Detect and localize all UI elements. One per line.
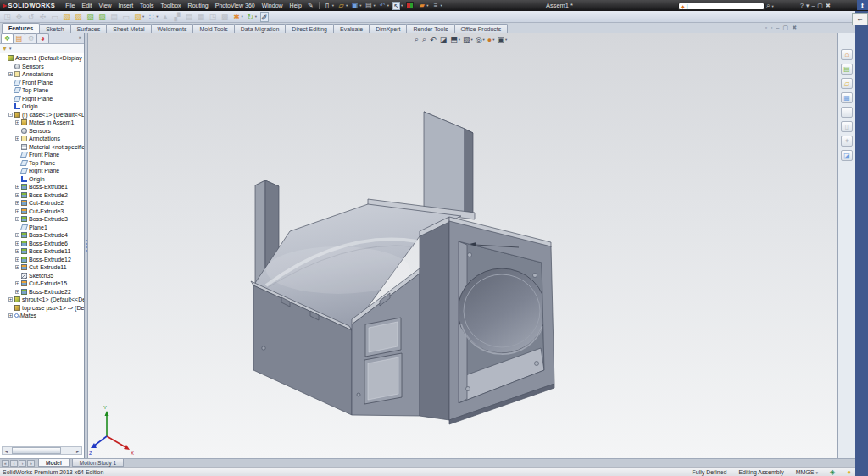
expand-toggle[interactable]: + [15, 217, 19, 221]
exploded-view-icon[interactable]: ✱ ▾ [232, 12, 244, 22]
appearances-scenes-icon[interactable] [841, 107, 853, 118]
expand-toggle[interactable]: + [15, 281, 19, 285]
expand-toggle[interactable]: + [8, 313, 13, 318]
tree-item[interactable]: Plane1 [0, 224, 84, 232]
tab-nav-button[interactable]: › [19, 460, 26, 467]
expand-toggle[interactable]: - [8, 113, 13, 117]
menu-item[interactable]: Tools [136, 3, 157, 8]
hidden-components-icon[interactable]: ▭ [121, 12, 131, 22]
undo-icon[interactable]: ↶ ▾ [378, 1, 390, 11]
solidworks-forum-icon[interactable]: ◪ [841, 150, 853, 161]
command-tab[interactable]: Surfaces [70, 24, 108, 33]
command-tab[interactable]: Features [2, 23, 40, 33]
expand-toggle[interactable]: + [15, 120, 19, 125]
tree-item[interactable]: Origin [0, 102, 84, 111]
tree-item[interactable]: + Cut-Extrude2 [0, 199, 84, 208]
command-tab[interactable]: Render Tools [406, 24, 454, 33]
menu-item[interactable]: File [62, 3, 78, 8]
linear-pattern-icon[interactable]: ∷ ▾ [147, 12, 159, 22]
sketch-pen-icon[interactable]: ✎ [308, 2, 314, 9]
expand-toggle[interactable]: + [8, 72, 13, 76]
tree-item[interactable]: Right Plane [0, 95, 84, 103]
zoom-to-fit-icon[interactable]: ⌕ [414, 35, 420, 44]
hide-show-items-icon[interactable]: ◎ ▾ [475, 36, 486, 44]
menu-item[interactable]: Insert [115, 3, 137, 8]
view-palette-icon[interactable]: ▦ [841, 92, 853, 103]
custom-properties-icon[interactable]: ▯ [841, 121, 853, 132]
doc-close-icon[interactable]: ✖ [792, 25, 797, 31]
insert-component-icon[interactable]: ▧ [62, 12, 72, 22]
tree-item[interactable]: + Boss-Extrude11 [0, 247, 84, 256]
tree-item[interactable]: Sensors [0, 63, 84, 71]
tab-nav-button[interactable]: » [27, 460, 35, 467]
expand-toggle[interactable]: + [15, 233, 19, 237]
tree-filter[interactable]: ▼ ▾ [0, 44, 84, 53]
command-tab[interactable]: Weldments [151, 24, 194, 33]
minimize-icon[interactable]: – [811, 3, 815, 8]
tree-item[interactable]: Assem1 (Default<Display State [0, 54, 84, 63]
instant3d-icon[interactable]: ↻ ▾ [246, 12, 258, 22]
show-hidden-icon[interactable]: ▤ [185, 12, 195, 22]
tree-item[interactable]: + shrout<1> (Default<<Defa [0, 296, 84, 304]
command-tab[interactable]: Data Migration [234, 24, 287, 33]
tree-item[interactable]: + Annotations [0, 70, 84, 79]
preview-window-icon[interactable]: ▭ [50, 12, 60, 22]
solidworks-resources-icon[interactable]: ⌂ [841, 49, 853, 60]
command-tab[interactable]: Sketch [39, 24, 70, 33]
tag-icon[interactable]: ● [847, 468, 851, 476]
command-tab[interactable]: Direct Editing [285, 24, 334, 33]
command-tab[interactable]: Evaluate [333, 24, 370, 33]
expand-toggle[interactable]: + [15, 185, 19, 189]
scrollbar-thumb[interactable] [12, 447, 61, 454]
expand-toggle[interactable]: + [15, 209, 19, 213]
bill-of-materials-icon[interactable]: ▩ [220, 12, 231, 22]
tree-item[interactable]: top case psu<1> -> (Defaul [0, 304, 84, 313]
copy-with-mates-icon[interactable]: ▨ [97, 12, 108, 22]
sketch-tool-icon[interactable]: ✐ [259, 12, 270, 22]
tree-item[interactable]: Top Plane [0, 159, 84, 168]
menu-item[interactable]: PhotoView 360 [212, 3, 259, 8]
component-pattern-icon[interactable]: ▧ ▾ [133, 12, 145, 22]
design-library-icon[interactable]: ▤ [841, 64, 853, 75]
rotate-component-icon[interactable]: ↺ [26, 12, 36, 22]
menu-item[interactable]: Window [259, 3, 287, 8]
tree-item[interactable]: + Boss-Extrude12 [0, 256, 84, 264]
expand-toggle[interactable]: + [8, 297, 13, 302]
document-manager-icon[interactable]: ✦ [841, 136, 853, 147]
dimxpertmanager-tab-icon[interactable]: ◕ [36, 33, 49, 43]
tree-item[interactable]: + Cut-Extrude3 [0, 208, 84, 216]
zoom-to-area-icon[interactable]: ⌕ [421, 35, 428, 44]
expand-toggle[interactable]: + [15, 265, 19, 269]
tree-item[interactable]: + Boss-Extrude6 [0, 240, 84, 248]
tree-item[interactable]: + Cut-Extrude15 [0, 280, 84, 288]
panel-overflow-chevron[interactable]: » [76, 35, 84, 40]
command-tab[interactable]: Office Products [454, 24, 509, 33]
view-orientation-icon[interactable]: ⬒ ▾ [449, 36, 461, 44]
model-3d-view[interactable]: Y X Z [88, 33, 837, 458]
doc-pane-icon[interactable]: ▫ [771, 25, 772, 31]
facebook-icon[interactable]: f [857, 0, 868, 10]
doc-minimize-icon[interactable]: – [776, 25, 780, 31]
move-component-icon[interactable]: ✥ [14, 12, 25, 22]
tree-item[interactable]: Top Plane [0, 86, 84, 95]
propertymanager-tab-icon[interactable]: ▤ [13, 33, 25, 43]
menu-item[interactable]: Help [287, 3, 305, 8]
expand-toggle[interactable]: + [15, 290, 19, 294]
new-assembly-icon[interactable]: ▧ [86, 12, 96, 22]
expand-toggle[interactable]: + [15, 193, 19, 197]
expand-toggle[interactable]: + [15, 241, 19, 246]
edit-component-icon[interactable]: ◳ [3, 12, 13, 22]
tree-horizontal-scrollbar[interactable]: ◂ ▸ [2, 446, 82, 455]
menu-item[interactable]: View [96, 3, 115, 8]
new-part-icon[interactable]: ▨ [74, 12, 84, 22]
replace-component-icon[interactable]: ✣ [38, 12, 48, 22]
select-icon[interactable]: ↖ ▾ [392, 1, 403, 11]
tab-nav-button[interactable]: « [2, 460, 9, 467]
expand-toggle[interactable]: + [15, 249, 19, 253]
tree-item[interactable]: + Boss-Extrude3 [0, 215, 84, 224]
options-icon[interactable]: ▰ ▾ [417, 1, 429, 11]
study-tab[interactable]: Model [38, 459, 70, 467]
tree-item[interactable]: - (f) case<1> (Default<<Defa [0, 111, 84, 119]
command-tab[interactable]: DimXpert [369, 24, 407, 33]
section-view-icon[interactable]: ◪ [439, 36, 449, 44]
